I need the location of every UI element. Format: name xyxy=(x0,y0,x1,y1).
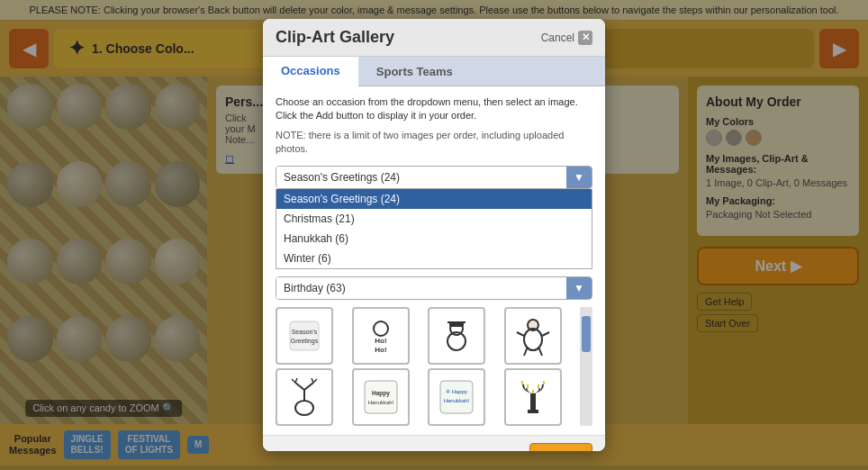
dropdown-list-1: Season's Greetings (24) Christmas (21) H… xyxy=(276,189,592,269)
cancel-button[interactable]: Cancel ✕ xyxy=(541,31,592,45)
happy-hanukkah-2-icon: ✡ Happy Hanukkah! xyxy=(435,375,478,419)
scrollbar-thumb xyxy=(582,316,591,352)
dropdown-category: Birthday (63) ▼ xyxy=(276,276,592,300)
dropdown-arrow-1[interactable]: ▼ xyxy=(566,167,592,188)
svg-text:Season's: Season's xyxy=(292,329,318,335)
dropdown-arrow-2[interactable]: ▼ xyxy=(566,277,592,299)
clip-art-cell-3[interactable] xyxy=(428,307,485,365)
modal-overlay: Clip-Art Gallery Cancel ✕ Occasions Spor… xyxy=(0,0,868,470)
clip-art-cell-1[interactable]: Season's Greetings xyxy=(276,307,333,365)
svg-rect-34 xyxy=(543,381,545,384)
tab-sports-teams[interactable]: Sports Teams xyxy=(358,57,471,86)
svg-line-22 xyxy=(313,379,317,383)
svg-line-15 xyxy=(538,347,542,356)
add-button[interactable]: Add ▶ xyxy=(529,443,592,451)
dropdown-value-2: Birthday (63) xyxy=(276,277,566,299)
cancel-label: Cancel xyxy=(541,32,574,44)
svg-text:Hanukkah!: Hanukkah! xyxy=(367,400,393,405)
deer-icon xyxy=(283,375,326,419)
modal-description: Choose an occasion from the dropdown men… xyxy=(276,95,592,123)
svg-line-18 xyxy=(295,383,304,390)
svg-rect-36 xyxy=(538,384,539,388)
dropdown-occasions: Season's Greetings (24) ▼ Season's Greet… xyxy=(276,166,592,269)
clip-art-cell-4[interactable] xyxy=(504,307,562,365)
clip-art-cell-2[interactable]: Ho! Ho! xyxy=(352,307,410,365)
image-grid-container: Season's Greetings Ho! Ho! xyxy=(276,307,592,426)
dropdown-select-1[interactable]: Season's Greetings (24) ▼ xyxy=(276,166,592,189)
svg-text:✡ Happy: ✡ Happy xyxy=(446,389,467,394)
happy-hanukkah-1-icon: Happy Hanukkah! xyxy=(359,375,402,419)
svg-line-21 xyxy=(295,378,297,383)
svg-text:Ho!: Ho! xyxy=(375,346,386,354)
clip-art-cell-5[interactable] xyxy=(276,368,333,426)
dropdown-option-christmas[interactable]: Christmas (21) xyxy=(276,209,592,229)
ho-ho-ho-icon: Ho! Ho! xyxy=(359,314,402,357)
svg-line-20 xyxy=(292,379,295,383)
cancel-x-icon: ✕ xyxy=(578,31,592,45)
modal-tabs: Occasions Sports Teams xyxy=(263,57,605,86)
tab-occasions[interactable]: Occasions xyxy=(263,57,358,86)
svg-point-3 xyxy=(374,321,388,336)
dropdown-option-winter[interactable]: Winter (6) xyxy=(276,249,592,268)
svg-rect-33 xyxy=(521,381,523,384)
modal-header: Clip-Art Gallery Cancel ✕ xyxy=(263,19,605,57)
clip-art-cell-6[interactable]: Happy Hanukkah! xyxy=(352,368,410,426)
svg-line-23 xyxy=(312,378,313,383)
image-grid-scrollbar[interactable] xyxy=(580,307,592,426)
dropdown-option-seasons-greetings[interactable]: Season's Greetings (24) xyxy=(276,189,592,209)
svg-rect-32 xyxy=(532,390,534,393)
svg-rect-35 xyxy=(527,384,529,388)
svg-rect-27 xyxy=(440,381,473,413)
dropdown-option-hanukkah[interactable]: Hanukkah (6) xyxy=(276,229,592,249)
snowman-icon xyxy=(435,314,478,357)
svg-point-16 xyxy=(295,401,313,415)
svg-rect-30 xyxy=(528,410,538,413)
modal-footer: Add ▶ xyxy=(263,435,605,451)
dropdown-value-1: Season's Greetings (24) xyxy=(276,167,566,188)
svg-rect-31 xyxy=(530,393,536,410)
tab-occasions-label: Occasions xyxy=(281,64,340,77)
gingerbread-man-icon xyxy=(511,314,555,357)
modal-title: Clip-Art Gallery xyxy=(276,28,394,47)
add-btn-arrow-icon: ▶ xyxy=(569,448,579,451)
modal-note: NOTE: there is a limit of two images per… xyxy=(276,129,592,157)
add-btn-label: Add xyxy=(543,448,565,451)
clip-art-modal: Clip-Art Gallery Cancel ✕ Occasions Spor… xyxy=(263,19,605,451)
svg-line-12 xyxy=(517,332,524,336)
clip-art-cell-7[interactable]: ✡ Happy Hanukkah! xyxy=(428,368,485,426)
modal-body: Choose an occasion from the dropdown men… xyxy=(263,86,605,435)
svg-line-14 xyxy=(524,347,528,356)
dropdown-select-2[interactable]: Birthday (63) ▼ xyxy=(276,276,592,300)
svg-text:Greetings: Greetings xyxy=(291,338,319,345)
svg-rect-0 xyxy=(290,321,319,350)
svg-line-19 xyxy=(304,383,313,390)
svg-rect-24 xyxy=(365,381,397,413)
seasons-greetings-icon: Season's Greetings xyxy=(283,314,326,357)
svg-line-13 xyxy=(542,332,549,336)
svg-text:Ho!: Ho! xyxy=(375,337,386,345)
clip-art-cell-8[interactable] xyxy=(504,368,562,426)
svg-rect-9 xyxy=(448,321,466,323)
tab-sports-teams-label: Sports Teams xyxy=(376,65,453,78)
menorah-icon xyxy=(511,375,555,419)
image-grid: Season's Greetings Ho! Ho! xyxy=(276,307,576,426)
svg-text:Happy: Happy xyxy=(372,390,390,397)
svg-text:Hanukkah!: Hanukkah! xyxy=(444,398,470,403)
